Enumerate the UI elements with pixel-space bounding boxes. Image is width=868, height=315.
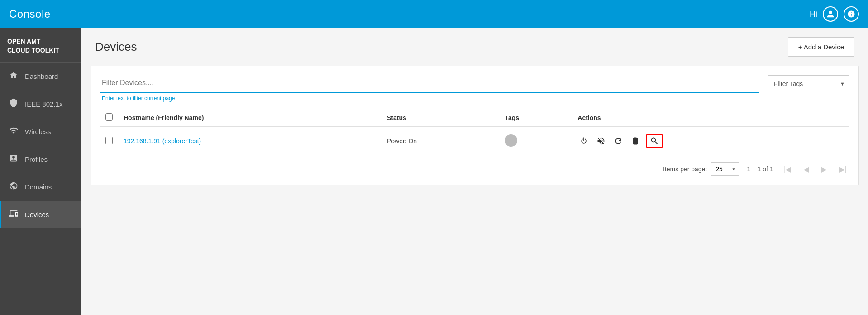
page-title: Devices [95,40,137,54]
actions-cell [577,134,844,148]
delete-action-button[interactable] [629,135,642,147]
items-per-page-label: Items per page: [663,165,707,173]
select-all-checkbox[interactable] [105,113,113,121]
sidebar-item-devices[interactable]: Devices [0,201,81,228]
sidebar-item-wireless[interactable]: Wireless [0,118,81,145]
col-actions: Actions [572,109,849,127]
page-info: 1 – 1 of 1 [747,165,773,173]
col-tags: Tags [499,109,572,127]
sidebar-item-dashboard[interactable]: Dashboard [0,63,81,90]
sidebar-label-profiles: Profiles [25,155,48,163]
mute-action-button[interactable] [595,135,607,147]
sidebar-label-domains: Domains [25,183,52,191]
table-header: Hostname (Friendly Name) Status Tags Act… [100,109,849,127]
col-hostname: Hostname (Friendly Name) [118,109,382,127]
greeting-text: Hi [810,10,817,19]
shield-icon [9,98,19,110]
table-row: 192.168.1.91 (explorerTest) Power: On [100,127,849,155]
content-area: Devices + Add a Device Enter text to fil… [81,28,868,315]
col-status: Status [382,109,500,127]
filter-input-wrap [100,75,759,93]
row-actions-cell [572,127,849,155]
refresh-action-button[interactable] [612,135,625,147]
sidebar-item-domains[interactable]: Domains [0,173,81,201]
home-icon [9,71,19,82]
devices-table: Hostname (Friendly Name) Status Tags Act… [100,109,849,155]
profiles-icon [9,154,19,165]
row-checkbox-cell [100,127,118,155]
wifi-icon [9,126,19,137]
devices-icon [9,209,19,220]
per-page-select[interactable]: 10 25 50 100 [711,162,739,176]
sidebar-label-dashboard: Dashboard [25,73,58,80]
sidebar: OPEN AMT CLOUD TOOLKIT Dashboard IEEE 80… [0,28,81,315]
sidebar-item-ieee8021x[interactable]: IEEE 802.1x [0,90,81,118]
table-card: Enter text to filter current page Filter… [91,66,859,185]
app-title: Console [9,8,51,20]
add-device-button[interactable]: + Add a Device [788,37,854,57]
header-right: Hi [810,6,859,22]
row-tags-cell [499,127,572,155]
power-action-button[interactable] [577,135,590,147]
filter-tags-select[interactable]: Filter Tags [768,75,849,92]
per-page-wrap: 10 25 50 100 [711,162,739,176]
col-checkbox [100,109,118,127]
sidebar-item-profiles[interactable]: Profiles [0,145,81,173]
top-header: Console Hi [0,0,868,28]
sidebar-logo: OPEN AMT CLOUD TOOLKIT [0,28,81,63]
search-action-button[interactable] [646,134,663,148]
row-status-cell: Power: On [382,127,500,155]
row-checkbox[interactable] [105,137,113,144]
info-icon[interactable] [844,6,859,22]
sidebar-label-wireless: Wireless [25,128,51,136]
table-body: 192.168.1.91 (explorerTest) Power: On [100,127,849,155]
filter-tags-wrap: Filter Tags [768,75,849,92]
filter-row: Enter text to filter current page Filter… [100,75,849,102]
next-page-button[interactable]: ▶ [819,163,830,175]
items-per-page: Items per page: 10 25 50 100 [663,162,739,176]
row-hostname-cell: 192.168.1.91 (explorerTest) [118,127,382,155]
user-icon[interactable] [823,6,838,22]
last-page-button[interactable]: ▶| [837,163,849,175]
filter-devices-input[interactable] [100,75,759,91]
domains-icon [9,181,19,193]
filter-input-container: Enter text to filter current page [100,75,759,102]
pagination-row: Items per page: 10 25 50 100 1 – 1 of 1 … [100,162,849,176]
hostname-link[interactable]: 192.168.1.91 (explorerTest) [124,137,201,145]
content-header: Devices + Add a Device [81,28,868,66]
table-header-row: Hostname (Friendly Name) Status Tags Act… [100,109,849,127]
sidebar-label-devices: Devices [25,211,49,218]
first-page-button[interactable]: |◀ [781,163,793,175]
main-layout: OPEN AMT CLOUD TOOLKIT Dashboard IEEE 80… [0,28,868,315]
prev-page-button[interactable]: ◀ [801,163,811,175]
sidebar-label-ieee8021x: IEEE 802.1x [25,100,62,108]
filter-hint: Enter text to filter current page [100,95,759,102]
tag-circle [505,134,517,147]
